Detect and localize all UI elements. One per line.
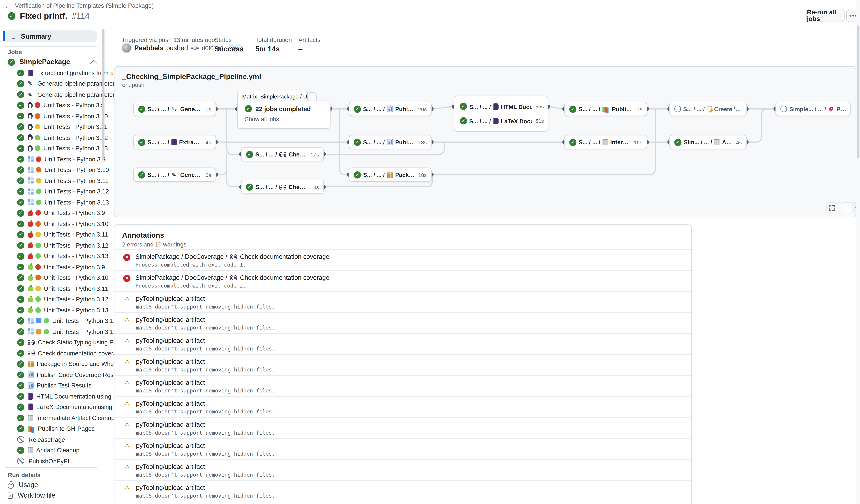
- sidebar-item-job[interactable]: Package in Source and Wheel...: [0, 359, 101, 370]
- graph-node[interactable]: S... / ... /Publish Test Re...13s: [349, 135, 432, 149]
- sidebar-item-job[interactable]: Unit Tests - Python 3.9: [0, 100, 101, 111]
- annotation-row[interactable]: pyTooling/upload-artifactmacOS doesn't s…: [114, 417, 691, 438]
- dot-yellow-icon: [36, 178, 41, 183]
- sidebar-item-job[interactable]: Unit Tests - Python 3.12: [0, 326, 101, 337]
- matrix-node[interactable]: 22 jobs completed Show all jobs: [237, 101, 331, 129]
- success-check-icon: [17, 317, 24, 325]
- job-label: Generate pipeline parameters: [37, 80, 118, 87]
- node-prefix: S... / ... /: [363, 171, 385, 178]
- job-label: Unit Tests - Python 3.13: [44, 253, 109, 259]
- annotation-row[interactable]: pyTooling/upload-artifactmacOS doesn't s…: [114, 333, 691, 354]
- job-label: Package in Source and Wheel...: [37, 361, 124, 367]
- sidebar-item-job[interactable]: Unit Tests - Python 3.11: [0, 229, 101, 240]
- sidebar-item-job[interactable]: Unit Tests - Python 3.10: [0, 218, 101, 229]
- sidebar-item-job[interactable]: Unit Tests - Python 3.9: [0, 262, 101, 272]
- avatar[interactable]: [121, 43, 132, 53]
- page-scrollbar[interactable]: [857, 25, 859, 158]
- sidebar-item-job[interactable]: Unit Tests - Python 3.13: [0, 143, 101, 154]
- annotation-row[interactable]: pyTooling/upload-artifactmacOS doesn't s…: [114, 312, 691, 333]
- top-header: ← Verification of Pipeline Templates (Si…: [0, 0, 860, 24]
- job-label: Unit Tests - Python 3.13: [45, 199, 109, 205]
- annotation-row[interactable]: pyTooling/upload-artifactmacOS doesn't s…: [114, 396, 691, 417]
- sidebar-scrollbar[interactable]: [102, 29, 104, 160]
- sidebar-group-simplepackage[interactable]: SimplePackage: [8, 58, 96, 66]
- sidebar-item-job[interactable]: Extract configurations from p...: [0, 67, 101, 78]
- sidebar-item-job[interactable]: Publish Code Coverage Results: [0, 369, 101, 380]
- sidebar-item-job[interactable]: Unit Tests - Python 3.13: [0, 305, 101, 316]
- sidebar-item-job[interactable]: Generate pipeline parameters: [0, 78, 101, 89]
- sidebar-item-job[interactable]: ReleasePage: [0, 434, 101, 445]
- sidebar-item-job[interactable]: Check documentation covera...: [0, 348, 101, 359]
- sidebar-item-job[interactable]: Artifact Cleanup: [0, 445, 101, 456]
- zoom-in-button[interactable]: +: [851, 203, 856, 213]
- graph-node[interactable]: S... / ... /Package in Sou...18s: [349, 168, 432, 182]
- annotation-row[interactable]: SimplePackage / DocCoverage /Check docum…: [114, 270, 691, 291]
- sidebar-item-job[interactable]: Publish Test Results: [0, 380, 101, 391]
- actor-name[interactable]: Paebbels: [134, 44, 163, 52]
- sidebar-item-job[interactable]: PublishOnPyPI: [0, 456, 101, 466]
- annotation-row[interactable]: pyTooling/upload-artifactmacOS doesn't s…: [114, 375, 691, 396]
- windows-icon: [27, 329, 33, 335]
- sidebar-item-job[interactable]: Intermediate Artifact Cleanup: [0, 412, 101, 423]
- graph-node[interactable]: S... / ... /Intermediate A...16s: [564, 135, 647, 149]
- sidebar-item-job[interactable]: Unit Tests - Python 3.10: [0, 272, 101, 283]
- fullscreen-button[interactable]: [826, 202, 837, 213]
- graph-node[interactable]: S... / ... /Create 'Release Pa...: [669, 102, 747, 116]
- job-label: Unit Tests - Python 3.9: [44, 210, 105, 216]
- annotation-job: Check documentation coverage: [240, 253, 329, 260]
- graph-node[interactable]: S... / ... /Publish to GH-P...7s: [564, 102, 647, 116]
- annotation-title-prefix: pyTooling/upload-artifact: [136, 337, 205, 344]
- annotations-title: Annotations: [122, 231, 164, 239]
- annotation-row[interactable]: pyTooling/upload-artifactmacOS doesn't s…: [114, 354, 691, 375]
- graph-node[interactable]: S... / ... /Generate pipelin...0s: [133, 102, 216, 116]
- sidebar-item-job[interactable]: Unit Tests - Python 3.12: [0, 186, 101, 197]
- annotation-row[interactable]: pyTooling/upload-artifactmacOS doesn't s…: [114, 459, 691, 480]
- sidebar-item-summary[interactable]: Summary: [5, 30, 97, 42]
- graph-node[interactable]: S... / ... /Extract configur...4s: [133, 135, 216, 149]
- sidebar-item-job[interactable]: Unit Tests - Python 3.11: [0, 121, 101, 132]
- sidebar-item-job[interactable]: Generate pipeline parameters: [0, 89, 101, 100]
- sidebar-item-job[interactable]: Unit Tests - Python 3.11: [0, 283, 101, 294]
- show-all-jobs-link[interactable]: Show all jobs: [245, 116, 279, 122]
- sidebar-item-job[interactable]: HTML Documentation using ...: [0, 391, 101, 402]
- annotation-row[interactable]: pyTooling/upload-artifactmacOS doesn't s…: [114, 480, 691, 501]
- job-label: Unit Tests - Python 3.9: [44, 263, 105, 270]
- back-link[interactable]: ← Verification of Pipeline Templates (Si…: [4, 2, 154, 9]
- sidebar-item-job[interactable]: Unit Tests - Python 3.12: [0, 132, 101, 143]
- sidebar-item-job[interactable]: Unit Tests - Python 3.9: [0, 207, 101, 218]
- graph-node[interactable]: S... / ... /Publish Code C...20s: [349, 102, 432, 116]
- sidebar-item-job[interactable]: Publish to GH-Pages: [0, 423, 101, 434]
- job-label: Unit Tests - Python 3.10: [45, 167, 109, 173]
- graph-node[interactable]: S... / ... /LaTeX Docume...51s: [460, 117, 544, 125]
- annotation-row[interactable]: pyTooling/upload-artifactmacOS doesn't s…: [114, 438, 691, 459]
- sidebar-item-job[interactable]: Unit Tests - Python 3.12: [0, 315, 101, 326]
- node-label: Generate pipelin...: [180, 106, 202, 112]
- node-label: Publish Code C...: [395, 106, 415, 112]
- sidebar-item-job[interactable]: Unit Tests - Python 3.13: [0, 251, 101, 262]
- eyes-icon: [279, 185, 286, 189]
- sidebar-item-job[interactable]: LaTeX Documentation using ...: [0, 402, 101, 413]
- sidebar-item-job[interactable]: Unit Tests - Python 3.13: [0, 197, 101, 207]
- sidebar-item-job[interactable]: Unit Tests - Python 3.10: [0, 164, 101, 175]
- annotation-row[interactable]: pyTooling/upload-artifactmacOS doesn't s…: [114, 291, 691, 312]
- sidebar-item-job[interactable]: Unit Tests - Python 3.10: [0, 111, 101, 121]
- annotation-message: Process completed with exit code 2.: [135, 283, 329, 289]
- dot-orange-icon: [35, 275, 41, 280]
- sidebar-item-job[interactable]: Unit Tests - Python 3.12: [0, 294, 101, 305]
- graph-node[interactable]: Simple... / ... /Publish to PyPI: [775, 102, 850, 116]
- graph-node[interactable]: S... / ... /Check Static Ty...17s: [241, 147, 324, 161]
- sidebar-item-job[interactable]: Unit Tests - Python 3.12: [0, 240, 101, 251]
- rerun-all-jobs-button[interactable]: Re-run all jobs: [806, 9, 845, 22]
- zoom-out-button[interactable]: −: [841, 203, 851, 213]
- sidebar-item-job[interactable]: Unit Tests - Python 3.9: [0, 154, 101, 164]
- annotation-row[interactable]: SimplePackage / DocCoverage /Check docum…: [114, 249, 691, 270]
- graph-node[interactable]: S... / ... /HTML Docume...55s: [460, 103, 544, 110]
- sidebar-item-job[interactable]: Unit Tests - Python 3.11: [0, 175, 101, 186]
- sidebar-item-workflow-file[interactable]: Workflow file: [8, 491, 55, 499]
- sidebar-item-usage[interactable]: Usage: [8, 481, 38, 489]
- sidebar-item-job[interactable]: Check Static Typing using Pyt...: [0, 337, 101, 348]
- graph-node[interactable]: S... / ... /Generate pipelin...0s: [133, 168, 216, 182]
- graph-node[interactable]: Sim... / ... /Artifact Cleanup4s: [669, 135, 747, 149]
- matrix-tab[interactable]: Matrix: SimplePackage / UnitTest...: [237, 91, 308, 101]
- graph-node[interactable]: S... / ... /Check docume...18s: [241, 179, 324, 194]
